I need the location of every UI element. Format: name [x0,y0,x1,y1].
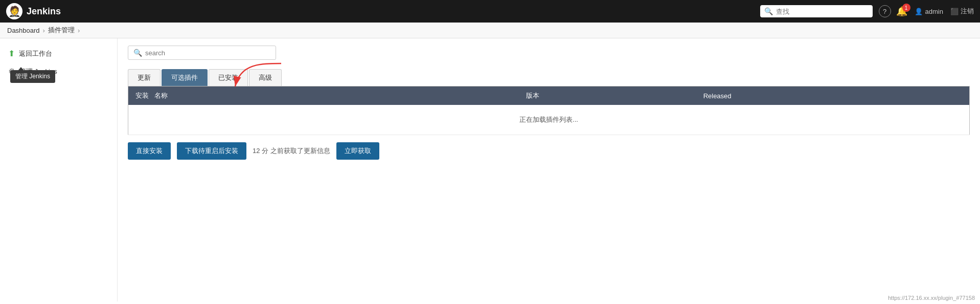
breadcrumb-current: 插件管理 [48,26,75,35]
bottom-actions: 直接安装 下载待重启后安装 12 分 之前获取了更新信息 立即获取 [128,142,970,160]
tab-available[interactable]: 可选插件 [162,69,208,86]
notification-bell[interactable]: 🔔 1 [896,6,907,17]
global-search-icon: 🔍 [764,7,773,15]
update-info-text: 12 分 之前获取了更新信息 [253,146,330,156]
notification-badge: 1 [902,4,910,12]
user-menu[interactable]: 👤 admin [915,8,943,15]
content-area: 🔍 管理 Jenkins 更新 [118,38,980,301]
download-restart-button[interactable]: 下载待重启后安装 [177,142,246,160]
tooltip-label: 管理 Jenkins [15,73,50,80]
plugin-table: 安装 名称 版本 Released 正在加载插件列表... [128,86,970,135]
app-logo[interactable]: 🤵 Jenkins [6,3,61,19]
col-empty [427,86,519,105]
loading-text: 正在加载插件列表... [128,105,970,135]
logout-button[interactable]: ⬛ 注销 [950,7,974,16]
tooltip-box: 管理 Jenkins [10,70,55,83]
global-search-box: 🔍 [760,5,873,17]
fetch-now-button[interactable]: 立即获取 [336,142,379,160]
breadcrumb-sep1: › [43,27,45,34]
breadcrumb-home[interactable]: Dashboard [7,27,40,34]
sidebar-item-label: 返回工作台 [19,49,52,58]
col-released: Released [696,86,970,105]
plugin-tabs: 更新 可选插件 已安装 高级 [128,69,970,86]
table-loading-row: 正在加载插件列表... [128,105,970,135]
app-title: Jenkins [27,6,61,17]
plugin-search-input[interactable] [145,49,270,57]
table-header: 安装 名称 版本 Released [128,86,970,105]
plugin-search-icon: 🔍 [133,49,142,57]
username-label: admin [925,8,943,15]
plugin-search-box: 🔍 [128,46,276,60]
return-workspace-icon: ⬆ [8,49,15,58]
sidebar-item-return-workspace[interactable]: ⬆ 返回工作台 [0,45,117,62]
top-navigation: 🤵 Jenkins 🔍 ? 🔔 1 👤 admin ⬛ 注销 [0,0,980,23]
tab-updates[interactable]: 更新 [128,69,161,86]
user-icon: 👤 [915,8,923,15]
tab-advanced[interactable]: 高级 [249,69,282,86]
search-area: 🔍 管理 Jenkins [128,46,276,60]
col-version: 版本 [519,86,696,105]
install-now-button[interactable]: 直接安装 [128,142,171,160]
logout-icon: ⬛ [950,8,959,15]
table-body: 正在加载插件列表... [128,105,970,135]
logout-label: 注销 [961,7,974,16]
main-layout: ⬆ 返回工作台 ⚙ 管理 Jenkins 🔍 [0,38,980,301]
jenkins-logo-icon: 🤵 [6,3,22,19]
footer-url: https://172.16.xx.xx/plugin_#77158 [888,295,975,301]
help-button[interactable]: ? [879,5,891,17]
col-install-name: 安装 名称 [128,86,428,105]
page-footer: https://172.16.xx.xx/plugin_#77158 [888,295,975,301]
breadcrumb: Dashboard › 插件管理 › [0,23,980,38]
global-search-input[interactable] [776,8,869,15]
tab-installed[interactable]: 已安装 [209,69,248,86]
breadcrumb-sep2: › [78,27,80,34]
